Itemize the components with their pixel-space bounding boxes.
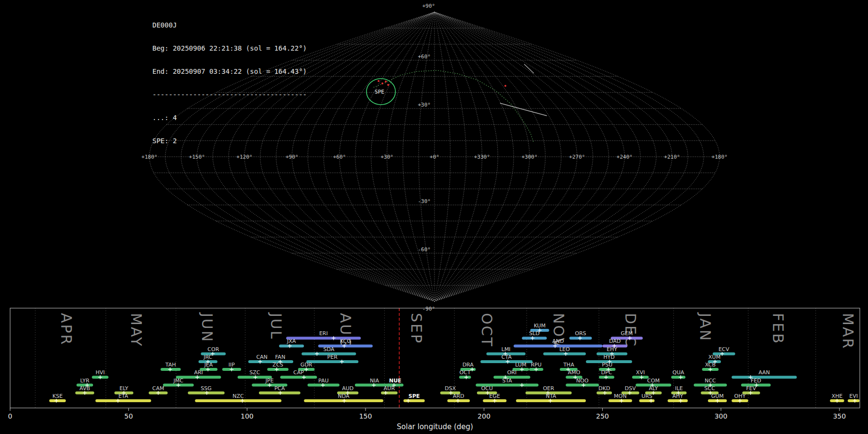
shower-code-label: CAM	[152, 385, 164, 392]
longitude-label: +210°	[664, 154, 680, 160]
shower-code-label: LEO	[559, 346, 570, 353]
shower-code-label: EHY	[607, 346, 617, 353]
shower-code-label: GEM	[621, 330, 633, 337]
shower-code-label: SCC	[705, 385, 716, 392]
shower-code-label: SSG	[201, 385, 212, 392]
shower-activity-bar	[514, 344, 602, 347]
x-tick-label: 250	[596, 412, 609, 420]
shower-code-label: OER	[543, 385, 555, 392]
shower-code-label: FED	[751, 378, 761, 384]
shower-code-label: EVI	[849, 393, 858, 399]
shower-code-label: CAP	[293, 369, 304, 376]
shower-code-label: KSE	[53, 393, 63, 399]
meteor-radiant-dot	[504, 85, 506, 87]
shower-activity-bar	[306, 360, 358, 363]
shower-code-label: DKD	[598, 385, 610, 392]
shower-code-label: IIP	[229, 362, 235, 368]
shower-code-label: LMI	[502, 346, 511, 353]
shower-code-label: LUM	[515, 362, 526, 368]
shower-code-label: QUA	[672, 369, 684, 376]
longitude-label: +240°	[617, 154, 633, 160]
ecliptic-line	[374, 70, 534, 143]
shower-code-label: JPE	[265, 378, 274, 384]
shower-code-label: XHE	[831, 393, 842, 399]
shower-code-label: RPU	[531, 362, 542, 368]
shower-code-label: OCU	[481, 385, 493, 392]
shower-code-label: SDA	[324, 346, 335, 353]
shower-code-label: FEV	[746, 385, 756, 392]
station-code: DE000J	[152, 21, 307, 29]
shower-code-label: DAD	[609, 338, 621, 344]
shower-code-label: PSU	[602, 362, 612, 368]
shower-code-label: CAN	[256, 354, 267, 360]
shower-code-label: ERI	[319, 330, 328, 337]
shower-code-label: ARI	[194, 369, 203, 376]
latitude-label: -60°	[418, 246, 431, 253]
month-label: SEP	[408, 313, 425, 344]
shower-activity-bar	[195, 399, 281, 402]
shower-code-label: AHY	[672, 393, 683, 399]
shower-code-label: NOO	[576, 378, 589, 384]
x-tick-label: 350	[833, 412, 846, 420]
shower-name-label: SPE	[375, 89, 384, 95]
meteor-radiant-dot	[381, 82, 383, 84]
shower-code-label: KCG	[340, 338, 351, 344]
shower-code-label: AND	[552, 338, 564, 344]
shower-code-label: NTA	[546, 393, 556, 399]
shower-code-label: XCB	[705, 362, 716, 368]
latitude-label: +60°	[418, 54, 431, 60]
x-axis-label: Solar longitude (deg)	[397, 422, 473, 431]
shower-code-label: SPE	[408, 393, 420, 399]
observation-info: DE000J Beg: 20250906 22:21:38 (sol = 164…	[152, 6, 307, 160]
shower-code-label: LYR	[80, 378, 89, 384]
longitude-label: +330°	[474, 154, 490, 160]
meteor-trail	[524, 64, 534, 73]
shower-code-label: DSV	[625, 385, 636, 392]
x-tick-label: 0	[8, 412, 13, 420]
month-label: APR	[58, 313, 75, 346]
x-tick-label: 300	[715, 412, 728, 420]
shower-code-label: ETA	[118, 393, 128, 399]
x-tick-label: 150	[359, 412, 372, 420]
latitude-label: +90°	[422, 3, 435, 9]
latitude-label: +30°	[418, 102, 431, 108]
shower-code-label: ZCS	[272, 362, 283, 368]
month-label: MAY	[128, 313, 145, 347]
month-label: FEB	[770, 313, 787, 345]
shower-code-label: ARD	[453, 393, 464, 399]
shower-code-label: TAH	[165, 362, 176, 368]
shower-code-label: AUD	[342, 385, 353, 392]
longitude-label: +30°	[380, 154, 393, 160]
shower-code-label: KUM	[534, 323, 545, 329]
shower-code-label: ECV	[719, 346, 730, 353]
shower-code-label: PER	[327, 354, 338, 360]
shower-code-label: DRA	[462, 362, 474, 368]
shower-code-label: DPC	[601, 369, 612, 376]
shower-code-label: FAN	[275, 354, 285, 360]
radiant-activity-plot: +180°+150°+120°+90°+60°+30°+0°+330°+300°…	[0, 0, 868, 434]
latitude-label: -30°	[418, 198, 431, 204]
activity-timeline: APRMAYJUNJULAUGSEPOCTNOVDECJANFEBMARKUME…	[8, 308, 860, 431]
shower-code-label: JRC	[203, 354, 212, 360]
shower-code-label: GDR	[300, 362, 312, 368]
shower-code-label: OHY	[734, 393, 746, 399]
shower-code-label: COM	[647, 378, 660, 384]
x-tick-label: 50	[124, 412, 133, 420]
longitude-label: +270°	[569, 154, 585, 160]
end-time: End: 20250907 03:34:22 (sol = 164.43°)	[152, 68, 307, 75]
month-label: JUN	[199, 312, 216, 343]
shower-activity-bar	[280, 376, 317, 379]
shower-code-label: COR	[207, 346, 219, 353]
shower-code-label: ELY	[120, 385, 129, 392]
shower-code-label: STA	[502, 378, 512, 384]
shower-code-label: NIA	[370, 378, 379, 384]
shower-code-label: URS	[641, 393, 652, 399]
shower-code-label: ALY	[649, 385, 658, 392]
shower-code-label: GUM	[711, 393, 724, 399]
shower-code-label: EGE	[489, 393, 500, 399]
shower-code-label: THA	[563, 362, 574, 368]
longitude-label: +300°	[521, 154, 537, 160]
meteor-radiant-dot	[387, 84, 389, 86]
shower-code-label: JEA	[204, 362, 213, 368]
plot-canvas: +180°+150°+120°+90°+60°+30°+0°+330°+300°…	[0, 0, 868, 434]
